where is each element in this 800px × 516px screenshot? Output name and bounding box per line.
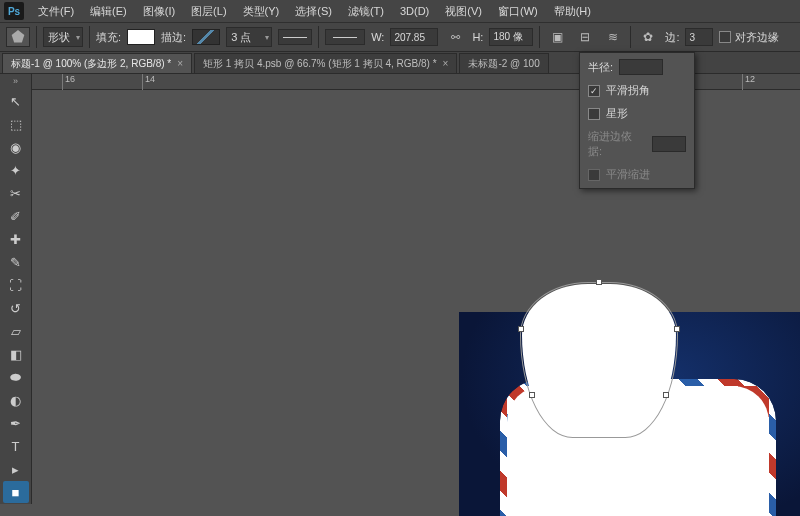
separator — [630, 26, 631, 48]
fill-swatch[interactable] — [127, 29, 155, 45]
align-edges-check[interactable]: 对齐边缘 — [719, 30, 779, 45]
menu-view[interactable]: 视图(V) — [437, 1, 490, 22]
close-icon[interactable]: × — [177, 58, 183, 69]
align-edges-label: 对齐边缘 — [735, 30, 779, 45]
sides-input[interactable] — [685, 28, 713, 46]
tool-type[interactable]: T — [3, 435, 29, 457]
path-anchor[interactable] — [529, 392, 535, 398]
tool-eraser[interactable]: ▱ — [3, 320, 29, 342]
menu-3d[interactable]: 3D(D) — [392, 2, 437, 20]
tool-history-brush[interactable]: ↺ — [3, 297, 29, 319]
tool-heal[interactable]: ✚ — [3, 228, 29, 250]
separator — [539, 26, 540, 48]
menu-help[interactable]: 帮助(H) — [546, 1, 599, 22]
current-tool-icon[interactable] — [6, 27, 30, 47]
app-logo: Ps — [4, 2, 24, 20]
tool-dodge[interactable]: ◐ — [3, 389, 29, 411]
options-bar: 形状 填充: 描边: 3 点 W: ⚯ H: ▣ ⊟ ≋ ✿ 边: 对齐边缘 — [0, 22, 800, 52]
tab-label: 标题-1 @ 100% (多边形 2, RGB/8) * — [11, 57, 171, 71]
separator — [36, 26, 37, 48]
tool-shape[interactable]: ■ — [3, 481, 29, 503]
menu-select[interactable]: 选择(S) — [287, 1, 340, 22]
checkbox-icon — [719, 31, 731, 43]
width-label: W: — [371, 31, 384, 43]
stroke-width-select[interactable]: 3 点 — [226, 27, 272, 47]
ruler-tick: 16 — [62, 74, 75, 90]
smooth-corner-label: 平滑拐角 — [606, 83, 650, 98]
tool-move[interactable]: ↖ — [3, 90, 29, 112]
separator — [89, 26, 90, 48]
tool-gradient[interactable]: ◧ — [3, 343, 29, 365]
tools-panel: » ↖ ⬚ ◉ ✦ ✂ ✐ ✚ ✎ ⛶ ↺ ▱ ◧ ⬬ ◐ ✒ T ▸ ■ — [0, 74, 32, 504]
stroke-style-select[interactable] — [278, 29, 312, 45]
stroke-style2-select[interactable] — [325, 29, 365, 45]
smooth-indent-label: 平滑缩进 — [606, 167, 650, 182]
path-anchor[interactable] — [674, 326, 680, 332]
tool-crop[interactable]: ✂ — [3, 182, 29, 204]
path-ops-icon[interactable]: ▣ — [546, 27, 568, 47]
link-icon[interactable]: ⚯ — [444, 27, 466, 47]
tool-wand[interactable]: ✦ — [3, 159, 29, 181]
tool-marquee[interactable]: ⬚ — [3, 113, 29, 135]
doc-tab-3[interactable]: 未标题-2 @ 100 — [459, 53, 548, 73]
menu-edit[interactable]: 编辑(E) — [82, 1, 135, 22]
doc-tab-1[interactable]: 标题-1 @ 100% (多边形 2, RGB/8) * × — [2, 53, 192, 73]
tab-label: 矩形 1 拷贝 4.psb @ 66.7% (矩形 1 拷贝 4, RGB/8)… — [203, 57, 437, 71]
height-label: H: — [472, 31, 483, 43]
fill-label: 填充: — [96, 30, 121, 45]
indent-input — [652, 136, 686, 152]
polygon-icon — [11, 30, 25, 44]
menu-bar: Ps 文件(F) 编辑(E) 图像(I) 图层(L) 类型(Y) 选择(S) 滤… — [0, 0, 800, 22]
ruler-tick: 14 — [142, 74, 155, 90]
path-anchor[interactable] — [596, 279, 602, 285]
tool-brush[interactable]: ✎ — [3, 251, 29, 273]
star-label: 星形 — [606, 106, 628, 121]
path-anchor[interactable] — [663, 392, 669, 398]
indent-label: 缩进边依据: — [588, 129, 646, 159]
shape-path-outline[interactable] — [520, 282, 678, 438]
separator — [318, 26, 319, 48]
width-input[interactable] — [390, 28, 438, 46]
star-check[interactable]: 星形 — [588, 106, 686, 121]
checkbox-icon — [588, 108, 600, 120]
menu-image[interactable]: 图像(I) — [135, 1, 183, 22]
menu-filter[interactable]: 滤镜(T) — [340, 1, 392, 22]
tool-pen[interactable]: ✒ — [3, 412, 29, 434]
expand-icon[interactable]: » — [0, 76, 32, 90]
tool-blur[interactable]: ⬬ — [3, 366, 29, 388]
close-icon[interactable]: × — [443, 58, 449, 69]
menu-file[interactable]: 文件(F) — [30, 1, 82, 22]
doc-tab-2[interactable]: 矩形 1 拷贝 4.psb @ 66.7% (矩形 1 拷贝 4, RGB/8)… — [194, 53, 457, 73]
height-input[interactable] — [489, 28, 533, 46]
menu-type[interactable]: 类型(Y) — [235, 1, 288, 22]
menu-layer[interactable]: 图层(L) — [183, 1, 234, 22]
path-anchor[interactable] — [518, 326, 524, 332]
tool-path-select[interactable]: ▸ — [3, 458, 29, 480]
ruler-tick: 12 — [742, 74, 755, 90]
tab-label: 未标题-2 @ 100 — [468, 57, 539, 71]
tool-eyedropper[interactable]: ✐ — [3, 205, 29, 227]
stroke-label: 描边: — [161, 30, 186, 45]
smooth-indent-check: 平滑缩进 — [588, 167, 686, 182]
arrange-icon[interactable]: ≋ — [602, 27, 624, 47]
checkbox-icon — [588, 169, 600, 181]
shape-mode-select[interactable]: 形状 — [43, 27, 83, 47]
gear-icon[interactable]: ✿ — [637, 27, 659, 47]
checkbox-icon: ✓ — [588, 85, 600, 97]
tool-stamp[interactable]: ⛶ — [3, 274, 29, 296]
tool-lasso[interactable]: ◉ — [3, 136, 29, 158]
sides-label: 边: — [665, 30, 679, 45]
stroke-swatch[interactable] — [192, 29, 220, 45]
polygon-options-popup: 半径: ✓ 平滑拐角 星形 缩进边依据: 平滑缩进 — [579, 52, 695, 189]
align-icon[interactable]: ⊟ — [574, 27, 596, 47]
radius-label: 半径: — [588, 60, 613, 75]
radius-input[interactable] — [619, 59, 663, 75]
menu-window[interactable]: 窗口(W) — [490, 1, 546, 22]
smooth-corner-check[interactable]: ✓ 平滑拐角 — [588, 83, 686, 98]
